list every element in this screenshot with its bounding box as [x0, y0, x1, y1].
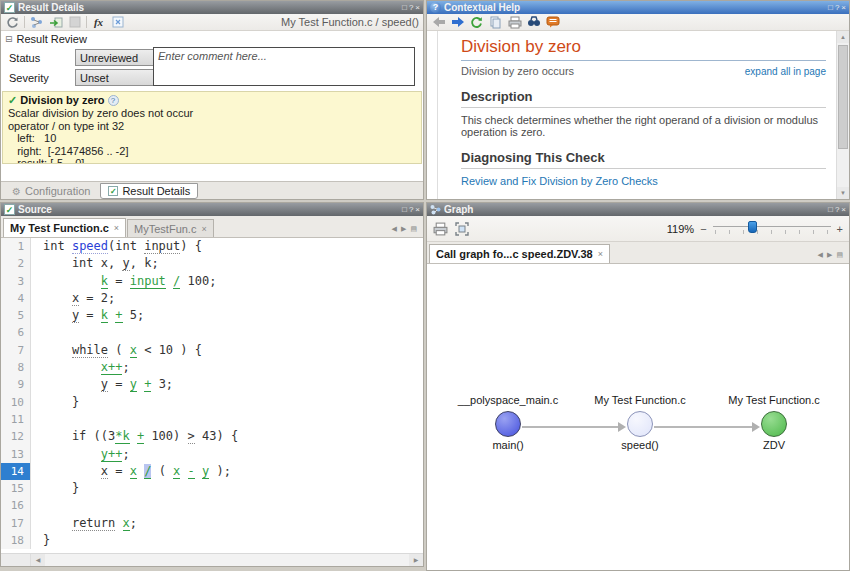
line-number[interactable]: 11 — [1, 411, 31, 428]
diagnosing-link[interactable]: Review and Fix Division by Zero Checks — [461, 175, 826, 187]
expand-all-in-page-link[interactable]: expand all in page — [745, 66, 826, 77]
code-token[interactable]: x — [130, 464, 137, 479]
zoom-out-icon[interactable]: − — [700, 223, 706, 235]
code-token[interactable]: > — [188, 429, 195, 444]
result-review-section-header[interactable]: ⊟ Result Review — [1, 31, 423, 46]
code-token[interactable]: x++ — [101, 360, 123, 375]
code-token[interactable]: k — [101, 274, 108, 289]
code-token[interactable]: return — [72, 516, 115, 531]
line-number[interactable]: 2 — [1, 255, 31, 272]
code-token[interactable]: input — [144, 239, 180, 254]
zoom-slider-handle[interactable] — [748, 221, 757, 233]
panel-help-icon[interactable]: ? — [409, 205, 413, 214]
goto-source-icon[interactable] — [48, 15, 63, 29]
line-number[interactable]: 1 — [1, 238, 31, 255]
scroll-down-icon[interactable]: ▼ — [837, 187, 849, 199]
code-token[interactable]: y — [101, 377, 108, 392]
scroll-up-icon[interactable]: ▲ — [837, 31, 849, 43]
close-tab-icon[interactable]: × — [598, 249, 603, 259]
contextual-help-header[interactable]: ? Contextual Help □ ? × — [427, 1, 849, 14]
close-icon[interactable]: × — [841, 205, 846, 214]
tab-list-icon[interactable]: ▤ — [836, 251, 843, 259]
scrollbar-track[interactable] — [45, 554, 409, 566]
line-number[interactable]: 5 — [1, 307, 31, 324]
zoom-in-icon[interactable]: + — [837, 223, 843, 235]
code-line[interactable]: 9 y = y + 3; — [1, 376, 423, 393]
code-token[interactable]: y++ — [101, 447, 123, 462]
code-line[interactable]: 7 while ( x < 10 ) { — [1, 342, 423, 359]
code-line[interactable]: 5 y = k + 5; — [1, 307, 423, 324]
code-token[interactable]: - — [188, 464, 195, 479]
float-icon[interactable]: □ — [402, 3, 407, 12]
float-icon[interactable]: □ — [828, 3, 833, 12]
forward-icon[interactable] — [450, 15, 465, 29]
float-icon[interactable]: □ — [402, 205, 407, 214]
code-editor[interactable]: 1int speed(int input) {2 int x, y, k;3 k… — [1, 238, 423, 553]
line-number[interactable]: 12 — [1, 428, 31, 445]
close-icon[interactable]: × — [415, 3, 420, 12]
print-icon[interactable] — [433, 222, 448, 236]
result-details-header[interactable]: ✓ Result Details □ ? × — [1, 1, 423, 14]
node-circle[interactable] — [495, 411, 521, 437]
scroll-thumb[interactable] — [838, 45, 848, 149]
line-number[interactable]: 4 — [1, 290, 31, 307]
line-number[interactable]: 7 — [1, 342, 31, 359]
code-token[interactable]: x — [101, 464, 108, 479]
close-tab-icon[interactable]: × — [114, 223, 119, 233]
code-line[interactable]: 14 x = x / ( x - y ); — [1, 463, 423, 480]
print-icon[interactable] — [507, 15, 522, 29]
line-number[interactable]: 9 — [1, 376, 31, 393]
graph-node-main[interactable]: __polyspace_main.cmain() — [443, 394, 573, 453]
code-line[interactable]: 13 y++; — [1, 446, 423, 463]
scroll-right-icon[interactable]: ▶ — [409, 554, 423, 566]
report-icon[interactable] — [545, 15, 560, 29]
close-message-icon[interactable] — [110, 15, 125, 29]
graph-node-zdv[interactable]: My Test Function.cZDV — [709, 394, 839, 453]
code-line[interactable]: 2 int x, y, k; — [1, 255, 423, 272]
code-line[interactable]: 15 } — [1, 480, 423, 497]
code-token[interactable]: + — [115, 308, 122, 323]
code-line[interactable]: 8 x++; — [1, 359, 423, 376]
code-token[interactable]: y — [122, 256, 129, 271]
prev-tab-icon[interactable]: ◀ — [392, 225, 397, 233]
code-line[interactable]: 12 if ((3*k + 100) > 43) { — [1, 428, 423, 445]
panel-help-icon[interactable]: ? — [835, 3, 839, 12]
call-graph-icon[interactable] — [29, 15, 44, 29]
source-hscrollbar[interactable]: ◀ ▶ — [1, 553, 423, 566]
code-token[interactable]: y — [130, 377, 137, 392]
tab-my-test-function[interactable]: My Test Function.c × — [3, 218, 126, 237]
tab-configuration[interactable]: ⚙ Configuration — [4, 183, 98, 199]
help-scrollbar[interactable]: ▲ ▼ — [836, 31, 849, 199]
code-token[interactable]: while — [72, 343, 108, 358]
code-line[interactable]: 16 — [1, 497, 423, 514]
close-tab-icon[interactable]: × — [201, 224, 206, 234]
code-token[interactable]: x — [123, 516, 130, 531]
line-number[interactable]: 18 — [1, 532, 31, 549]
code-token[interactable]: k — [101, 308, 108, 323]
code-line[interactable]: 18} — [1, 532, 423, 549]
code-token[interactable]: *k — [115, 429, 129, 444]
find-icon[interactable] — [526, 15, 541, 29]
collapse-icon[interactable]: ⊟ — [5, 34, 13, 44]
line-number[interactable]: 13 — [1, 446, 31, 463]
scroll-left-icon[interactable]: ◀ — [31, 554, 45, 566]
next-tab-icon[interactable]: ▶ — [401, 225, 406, 233]
code-token[interactable]: speed — [72, 239, 108, 254]
code-line[interactable]: 3 k = input / 100; — [1, 273, 423, 290]
close-icon[interactable]: × — [841, 3, 846, 12]
next-tab-icon[interactable]: ▶ — [827, 251, 832, 259]
back-icon[interactable] — [431, 15, 446, 29]
code-line[interactable]: 10 } — [1, 394, 423, 411]
code-token[interactable]: x — [130, 343, 137, 358]
source-header[interactable]: ✓ Source □ ? × — [1, 203, 423, 216]
line-number[interactable]: 16 — [1, 497, 31, 514]
finding-help-icon[interactable]: ? — [108, 95, 119, 106]
float-icon[interactable]: □ — [828, 205, 833, 214]
copy-icon[interactable] — [488, 15, 503, 29]
line-number[interactable]: 14 — [1, 463, 31, 480]
close-icon[interactable]: × — [415, 205, 420, 214]
code-line[interactable]: 17 return x; — [1, 515, 423, 532]
node-circle[interactable] — [627, 411, 653, 437]
tab-result-details[interactable]: ✓ Result Details — [100, 183, 198, 199]
refresh-icon[interactable] — [469, 15, 484, 29]
